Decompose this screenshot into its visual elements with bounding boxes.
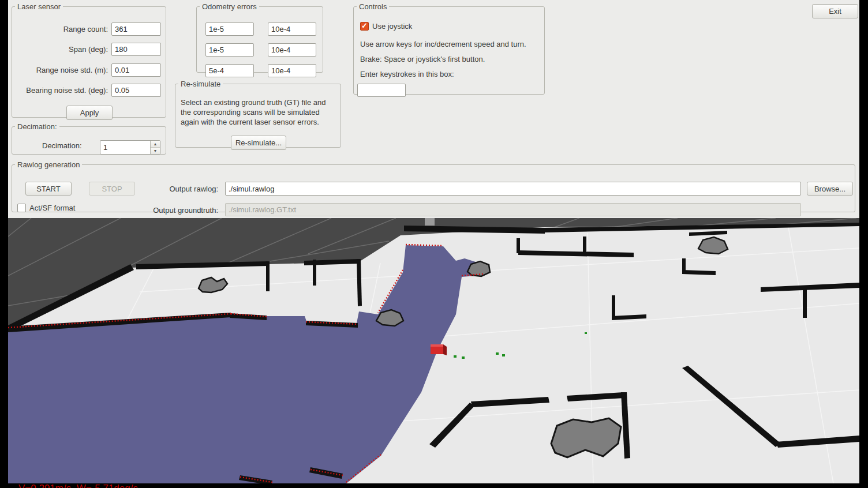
controls-line-1: Use arrow keys for inc/decrement speed a…	[360, 40, 526, 48]
output-rawlog-label: Output rawlog:	[126, 185, 218, 193]
odometry-error-input-2-1[interactable]	[268, 64, 316, 77]
bearing-noise-label: Bearing noise std. (deg):	[26, 86, 108, 95]
controls-line-3: Enter keystrokes in this box:	[360, 70, 454, 78]
resimulate-group: Re-simulate Select an existing ground tr…	[175, 80, 341, 148]
keystroke-input[interactable]	[357, 84, 406, 97]
span-deg-label: Span (deg):	[69, 45, 108, 54]
range-count-label: Range count:	[63, 25, 108, 33]
bearing-noise-input[interactable]	[111, 84, 161, 97]
range-noise-input[interactable]	[111, 63, 161, 77]
actsf-label: Act/SF format	[29, 204, 75, 212]
laser-sensor-title: Laser sensor	[15, 2, 63, 11]
hud-velocity: V=0.291m/s W=-5.71deg/s	[18, 481, 152, 488]
robot	[431, 344, 447, 355]
joystick-checkbox[interactable]	[360, 22, 369, 31]
output-groundtruth-input	[225, 203, 801, 216]
output-rawlog-input[interactable]	[225, 182, 801, 196]
app-window: Laser sensor Range count: Span (deg): Ra…	[8, 0, 859, 483]
resimulate-title: Re-simulate	[178, 80, 223, 88]
browse-button[interactable]: Browse...	[807, 182, 853, 196]
range-count-input[interactable]	[111, 22, 161, 36]
odometry-error-input-1-1[interactable]	[268, 43, 316, 57]
odometry-errors-title: Odometry errors	[200, 2, 259, 11]
scene-canvas	[8, 218, 859, 483]
output-groundtruth-label: Output groundtruth:	[126, 206, 218, 215]
rawlog-generation-group: Rawlog generation START STOP Output rawl…	[12, 160, 855, 212]
exit-button[interactable]: Exit	[812, 4, 858, 18]
odometry-errors-group: Odometry errors	[196, 2, 323, 73]
resimulate-button[interactable]: Re-simulate...	[231, 136, 286, 150]
controls-line-2: Brake: Space or joystick's first button.	[360, 55, 485, 63]
spinner-down-icon[interactable]: ▼	[151, 148, 160, 154]
controls-group: Controls Use joystick Use arrow keys for…	[353, 2, 545, 95]
decimation-group: Decimation: Decimation: ▲ ▼	[12, 122, 166, 155]
decimation-label: Decimation:	[42, 141, 82, 150]
joystick-checkbox-row[interactable]: Use joystick	[360, 22, 412, 31]
decimation-spinner[interactable]: ▲ ▼	[100, 140, 160, 155]
apply-button[interactable]: Apply	[66, 106, 113, 120]
laser-sensor-group: Laser sensor Range count: Span (deg): Ra…	[12, 2, 166, 118]
actsf-checkbox-row[interactable]: Act/SF format	[17, 204, 75, 212]
rawlog-generation-title: Rawlog generation	[15, 160, 82, 169]
span-deg-input[interactable]	[111, 43, 161, 56]
decimation-group-title: Decimation:	[15, 122, 59, 131]
joystick-label: Use joystick	[372, 22, 412, 31]
controls-title: Controls	[357, 2, 389, 11]
odometry-error-input-1-0[interactable]	[205, 43, 254, 57]
odometry-error-input-2-0[interactable]	[205, 64, 254, 77]
spinner-up-icon[interactable]: ▲	[151, 141, 160, 148]
odometry-error-input-0-0[interactable]	[205, 22, 254, 36]
range-noise-label: Range noise std. (m):	[36, 66, 108, 74]
start-button[interactable]: START	[25, 182, 72, 196]
telemetry-hud: V=0.291m/s W=-5.71deg/s Pose: (4.762,0.2…	[18, 452, 152, 488]
viewport-tab	[425, 218, 435, 226]
resimulate-description: Select an existing ground truth (GT) fil…	[181, 97, 338, 127]
spinner-arrows[interactable]: ▲ ▼	[150, 141, 160, 154]
sim-viewport[interactable]: V=0.291m/s W=-5.71deg/s Pose: (4.762,0.2…	[8, 218, 859, 483]
odometry-error-input-0-1[interactable]	[268, 22, 316, 36]
actsf-checkbox[interactable]	[17, 204, 26, 212]
